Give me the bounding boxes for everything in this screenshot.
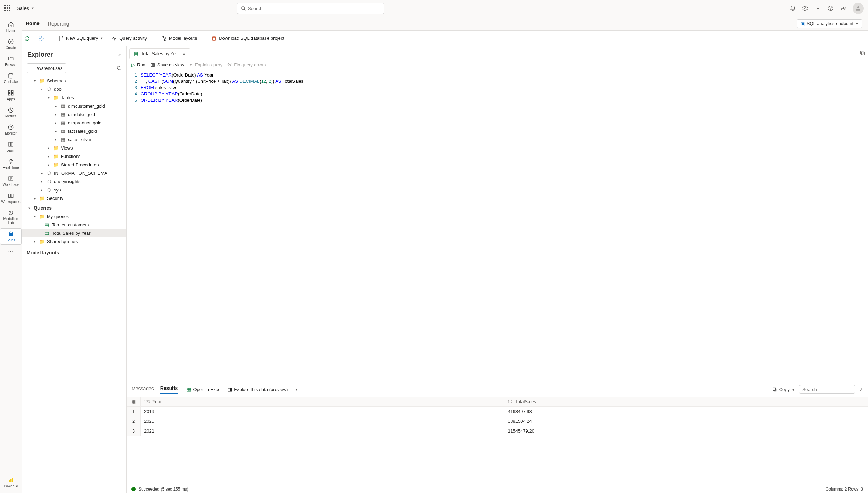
schema-icon: ⬡ <box>46 187 52 193</box>
rail-monitor[interactable]: Monitor <box>0 122 22 137</box>
tab-messages[interactable]: Messages <box>131 386 154 393</box>
search-explorer-button[interactable] <box>116 66 121 71</box>
rail-home[interactable]: Home <box>0 19 22 35</box>
queries-section[interactable]: ▾Queries <box>22 202 126 212</box>
tab-reporting[interactable]: Reporting <box>44 17 73 30</box>
global-search[interactable] <box>237 3 384 14</box>
tree-views[interactable]: ▸📁Views <box>22 144 126 152</box>
rail-sales[interactable]: Sales <box>0 228 22 245</box>
tree-security[interactable]: ▸📁Security <box>22 194 126 202</box>
tab-results[interactable]: Results <box>160 385 178 394</box>
endpoint-dropdown[interactable]: ▣ SQL analytics endpoint ▼ <box>797 19 862 28</box>
tree-table-item[interactable]: ▸▦dimproduct_gold <box>22 118 126 127</box>
new-query-button[interactable]: New SQL query▼ <box>56 34 106 43</box>
svg-point-5 <box>841 7 843 9</box>
svg-point-7 <box>857 6 859 8</box>
svg-rect-18 <box>8 194 10 198</box>
rail-workloads[interactable]: Workloads <box>0 173 22 189</box>
code-content[interactable]: SELECT YEAR(OrderDate) AS Year , CAST (S… <box>141 72 868 103</box>
explorer-title: Explorer <box>27 51 53 58</box>
expand-results-button[interactable]: ⤢ <box>859 387 863 392</box>
close-tab-button[interactable]: ✕ <box>182 51 186 56</box>
notifications-icon[interactable] <box>790 5 796 12</box>
tab-home[interactable]: Home <box>22 17 44 30</box>
grid-row[interactable]: 120194168497.98 <box>127 407 868 416</box>
chevron-right-icon: ▸ <box>46 146 51 150</box>
lab-icon <box>7 209 14 216</box>
tree-table-item[interactable]: ▸▦sales_silver <box>22 135 126 144</box>
tree-query-item[interactable]: ▤Top ten customers <box>22 220 126 229</box>
rail-realtime[interactable]: Real-Time <box>0 156 22 172</box>
copy-button[interactable]: Copy▼ <box>772 387 795 392</box>
tree-tables[interactable]: ▾📁Tables <box>22 93 126 102</box>
settings-button[interactable] <box>36 34 47 43</box>
open-excel-button[interactable]: ▦Open in Excel <box>187 387 221 392</box>
workspace-dropdown[interactable]: Sales ▼ <box>17 6 34 11</box>
tree-table-item[interactable]: ▸▦dimcustomer_gold <box>22 102 126 110</box>
rail-create[interactable]: Create <box>0 36 22 52</box>
rail-apps[interactable]: Apps <box>0 87 22 103</box>
tree-query-item-selected[interactable]: ▤Total Sales by Year <box>22 229 126 237</box>
svg-rect-21 <box>9 233 13 236</box>
chevron-right-icon: ▸ <box>46 163 51 167</box>
download-icon[interactable] <box>815 5 821 12</box>
rail-workspaces[interactable]: Workspaces <box>0 190 22 206</box>
tree-table-item[interactable]: ▸▦dimdate_gold <box>22 110 126 118</box>
tree-table-item[interactable]: ▸▦factsales_gold <box>22 127 126 135</box>
col-total[interactable]: 1.2 TotalSales <box>504 397 868 406</box>
help-icon[interactable] <box>827 5 834 12</box>
results-search-input[interactable] <box>799 385 855 394</box>
col-year[interactable]: 123 Year <box>141 397 504 406</box>
code-editor[interactable]: 12345 SELECT YEAR(OrderDate) AS Year , C… <box>127 70 868 103</box>
settings-icon[interactable] <box>802 5 809 12</box>
chevron-right-icon: ▸ <box>39 180 44 183</box>
rail-metrics[interactable]: Metrics <box>0 104 22 120</box>
workloads-icon <box>7 175 14 182</box>
plus-icon: ＋ <box>30 65 35 71</box>
warehouse-icon <box>7 231 14 238</box>
save-as-view-button[interactable]: Save as view <box>150 62 184 67</box>
tree-infoschema[interactable]: ▸⬡INFORMATION_SCHEMA <box>22 169 126 177</box>
tree-queryinsights[interactable]: ▸⬡queryinsights <box>22 177 126 186</box>
rail-medallion[interactable]: Medallion Lab <box>0 207 22 227</box>
refresh-button[interactable] <box>22 34 33 43</box>
grid-corner[interactable]: ▦ <box>127 397 141 406</box>
file-tab[interactable]: ▤ Total Sales by Ye... ✕ <box>129 48 190 59</box>
grid-row[interactable]: 3202111545479.20 <box>127 426 868 436</box>
grid-row[interactable]: 220206881504.24 <box>127 416 868 426</box>
tree-sys[interactable]: ▸⬡sys <box>22 186 126 194</box>
app-launcher-icon[interactable] <box>4 5 11 12</box>
svg-rect-26 <box>162 36 164 38</box>
folder-icon: 📁 <box>53 153 59 159</box>
tree-storedprocs[interactable]: ▸📁Stored Procedures <box>22 160 126 169</box>
rail-browse[interactable]: Browse <box>0 53 22 69</box>
download-project-button[interactable]: Download SQL database project <box>208 34 287 43</box>
svg-rect-32 <box>861 51 863 54</box>
explore-data-button[interactable]: ◨Explore this data (preview) ▼ <box>228 387 298 392</box>
rail-onelake[interactable]: OneLake <box>0 70 22 86</box>
warehouses-button[interactable]: ＋Warehouses <box>27 63 66 73</box>
chevron-down-icon: ▼ <box>294 388 298 391</box>
model-layouts-section[interactable]: Model layouts <box>22 246 126 257</box>
collapse-explorer-button[interactable]: « <box>118 52 121 57</box>
model-layouts-button[interactable]: Model layouts <box>158 34 200 43</box>
rail-more[interactable]: ⋯ <box>0 246 22 257</box>
rail-powerbi[interactable]: Power BI <box>0 474 22 490</box>
rail-learn[interactable]: Learn <box>0 139 22 154</box>
copy-tab-icon[interactable] <box>860 50 865 56</box>
user-avatar[interactable] <box>853 3 864 14</box>
tree-myqueries[interactable]: ▾📁My queries <box>22 212 126 220</box>
folder-icon: 📁 <box>39 195 45 201</box>
search-input[interactable] <box>248 6 380 11</box>
tree-functions[interactable]: ▸📁Functions <box>22 152 126 160</box>
svg-rect-35 <box>773 388 775 390</box>
tree-dbo[interactable]: ▾⬡dbo <box>22 85 126 93</box>
tree-sharedqueries[interactable]: ▸📁Shared queries <box>22 237 126 246</box>
query-activity-button[interactable]: Query activity <box>109 34 150 43</box>
feedback-icon[interactable] <box>840 5 846 12</box>
tree-schemas[interactable]: ▾📁Schemas <box>22 77 126 85</box>
chevron-right-icon: ▸ <box>39 171 44 175</box>
run-button[interactable]: ▷Run <box>131 62 145 67</box>
folder-icon: 📁 <box>39 213 45 219</box>
schema-icon: ⬡ <box>46 86 52 92</box>
